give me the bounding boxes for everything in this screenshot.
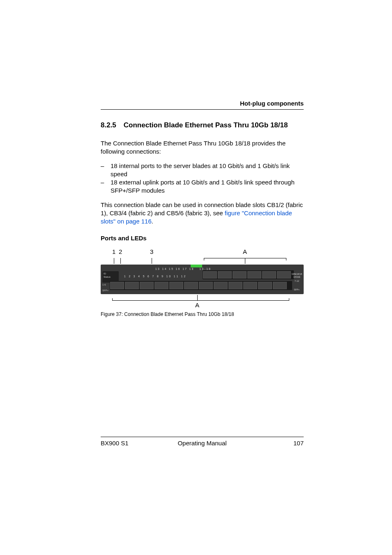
panel-status-text: Status [104,276,118,279]
figure-label-a-top: A [243,248,247,255]
figure-label-2: 2 [119,248,122,255]
figure-container: 1 2 3 A ID Status 13 14 15 16 17 18 13-1… [101,248,304,317]
figure-labels-bottom: A [101,302,304,310]
figure-labels-top: 1 2 3 A [101,248,304,257]
sfp-slot [110,282,124,289]
sfp-slot [243,282,257,289]
sfp-slot [140,282,154,289]
figure-label-1: 1 [112,248,115,255]
bullet-dash: – [101,162,111,170]
section-heading: 8.2.5 Connection Blade Ethernet Pass Thr… [101,121,304,129]
ports-top-nums: 13 14 15 16 17 18 [155,267,194,270]
sfp-slot [258,282,272,289]
sfp-slot [277,271,291,279]
figure-caption: Figure 37: Connection Blade Ethernet Pas… [101,311,304,317]
sfp-left-label: SFP+ [102,289,108,292]
sfp-slot [154,282,168,289]
sfp-slot [214,282,228,289]
list-item: – 18 internal ports to the server blades… [101,162,304,179]
sfp-left-range: 1-6 [102,283,106,286]
figure-label-a-bottom: A [195,302,199,309]
slot-text-post: . [152,218,153,225]
list-item-text: 18 external uplink ports at 10 Gbit/s an… [111,178,304,195]
bullet-list: – 18 internal ports to the server blades… [101,162,304,195]
sfp-slot [218,271,232,279]
figure-label-3: 3 [150,248,153,255]
ports-bottom-nums: 1 2 3 4 5 6 7 8 9 10 11 12 [124,275,187,278]
list-item-text: 18 internal ports to the server blades a… [111,162,304,179]
panel-sfp: SFP+ [292,288,302,291]
sfp-slot [228,282,242,289]
hardware-panel: ID Status 13 14 15 16 17 18 13-18 1 2 3 … [101,265,304,294]
slot-paragraph: This connection blade can be used in con… [101,201,304,226]
sfp-slot [247,271,261,279]
footer-right: 107 [293,440,304,447]
footer-left: BX900 S1 [101,440,129,447]
sfp-slot [262,271,276,279]
panel-id-text: ID [104,272,118,276]
sfp-slot [125,282,139,289]
section-title: Connection Blade Ethernet Pass Thru 10Gb… [124,121,288,129]
port-numbers-bottom: 1 2 3 4 5 6 7 8 9 10 11 12 [124,275,187,278]
sfp-slot [273,282,287,289]
sfp-row-bottom [110,281,292,290]
list-item: – 18 external uplink ports at 10 Gbit/s … [101,178,304,195]
page-footer: BX900 S1 Operating Manual 107 [101,437,304,447]
figure-ticks-bottom [101,294,304,302]
figure-ticks-top [101,257,304,265]
port-numbers-top: 13 14 15 16 17 18 13-18 [155,267,211,270]
section-number: 8.2.5 [101,121,116,129]
panel-right-label: GBE18/18 10GbE 7-12 SFP+ [292,273,302,291]
panel-speed: 10GbE [292,276,302,279]
sfp-row-top [203,270,294,279]
sfp-slot [203,271,217,279]
subheading-ports-leds: Ports and LEDs [101,235,304,242]
bullet-dash: – [101,178,111,187]
panel-range: 7-12 [292,280,302,283]
green-led-indicator [191,265,202,267]
ports-top-extra: 13-18 [199,267,211,270]
footer-center: Operating Manual [178,440,226,447]
sfp-slot [169,282,183,289]
sfp-slot [199,282,213,289]
sfp-slot [184,282,198,289]
page-header-right: Hot-plug components [101,100,304,110]
panel-model: GBE18/18 [292,273,302,276]
intro-paragraph: The Connection Blade Ethernet Pass Thru … [101,139,304,156]
sfp-slot [233,271,247,279]
